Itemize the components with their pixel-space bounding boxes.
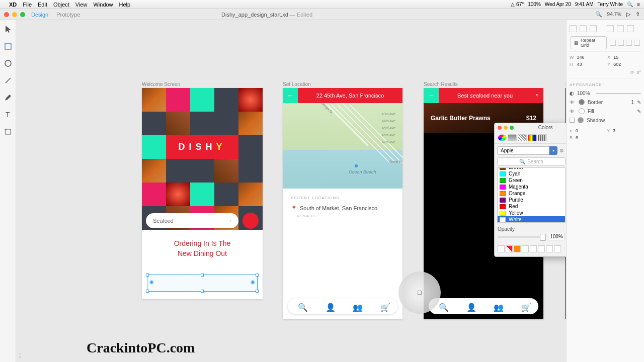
zoom-icon[interactable] <box>510 126 514 130</box>
menu-help[interactable]: Help <box>119 2 131 8</box>
artboard-welcome[interactable]: DISHY Seafood › Ordering In Is The New D… <box>142 88 263 299</box>
slider-mode-icon[interactable] <box>508 134 517 141</box>
ellipse-tool-icon[interactable] <box>4 59 12 67</box>
fullscreen-icon[interactable] <box>20 12 25 17</box>
height-field[interactable]: 43 <box>577 62 605 67</box>
opacity-slider[interactable] <box>596 93 641 94</box>
color-search-input[interactable]: 🔍 Search <box>497 157 566 166</box>
align-top-icon[interactable] <box>607 25 614 32</box>
minimize-icon[interactable] <box>504 126 508 130</box>
rotate-icon[interactable]: ⟳ <box>630 70 634 75</box>
map-view[interactable]: 43rd Ave 44th Ave 45th Ave 46th Ave 47th… <box>283 103 403 189</box>
palette-mode-icon[interactable] <box>518 134 527 141</box>
align-middle-icon[interactable] <box>617 25 624 32</box>
filter-icon[interactable]: ⫯ <box>531 93 543 99</box>
bool-subtract-icon[interactable] <box>618 40 624 46</box>
menu-object[interactable]: Object <box>53 2 69 8</box>
align-center-icon[interactable] <box>580 25 587 32</box>
zoom-level[interactable]: 94.7% <box>607 12 621 17</box>
border-width-field[interactable]: 1 <box>631 100 634 105</box>
align-controls[interactable] <box>570 23 641 34</box>
text-tool-icon[interactable]: T <box>4 111 12 119</box>
align-left-icon[interactable] <box>570 25 577 32</box>
color-item-yellow[interactable]: Yellow <box>498 210 565 216</box>
tab-design[interactable]: Design <box>31 12 48 18</box>
menu-icon[interactable]: ≡ <box>637 2 640 7</box>
menu-window[interactable]: Window <box>93 2 113 8</box>
color-item-purple[interactable]: Purple <box>498 197 565 203</box>
play-preview-icon[interactable]: ▷ <box>626 11 630 18</box>
color-mode-tabs[interactable] <box>495 132 566 144</box>
artboard-set-location[interactable]: ← 22 45th Ave, San Francisco 43rd Ave 44… <box>283 88 403 319</box>
tab-prototype[interactable]: Prototype <box>56 12 80 18</box>
close-icon[interactable] <box>498 126 502 130</box>
user-icon[interactable]: 👤 <box>466 303 473 310</box>
window-traffic-lights[interactable] <box>4 12 25 17</box>
search-input[interactable]: Seafood › <box>146 213 238 228</box>
opacity-value[interactable]: 100% <box>577 90 590 96</box>
align-bottom-icon[interactable] <box>627 25 634 32</box>
color-list[interactable]: Brown Cyan Green Magenta Orange Purple R… <box>497 167 566 223</box>
color-picker-popover[interactable]: Colors Apple ▾ ⚙ 🔍 Search Brown Cyan <box>494 123 566 257</box>
cart-icon[interactable]: 🛒 <box>380 303 387 310</box>
shadow-checkbox[interactable] <box>570 118 575 123</box>
x-field[interactable]: 15 <box>613 55 641 60</box>
shadow-color-swatch[interactable] <box>578 117 584 123</box>
palette-select[interactable]: Apple ▾ ⚙ <box>497 146 566 155</box>
minimize-icon[interactable] <box>12 12 17 17</box>
share-icon[interactable]: ⇧ <box>635 11 640 18</box>
artboard-tool-icon[interactable] <box>4 128 12 136</box>
artboard-label[interactable]: Search Results <box>424 81 458 87</box>
app-name[interactable]: XD <box>9 2 17 8</box>
color-item-white[interactable]: White <box>498 216 565 223</box>
opacity-value[interactable]: 100% <box>548 233 565 240</box>
menu-view[interactable]: View <box>75 2 88 8</box>
color-item-green[interactable]: Green <box>498 177 565 184</box>
eyedropper-icon[interactable] <box>506 245 513 252</box>
rectangle-tool-icon[interactable] <box>4 42 12 50</box>
chevron-down-icon[interactable]: ▾ <box>549 146 557 155</box>
recent-location-item[interactable]: 📍 South of Market, San Francisco <box>283 203 403 213</box>
address-field[interactable]: 22 45th Ave, San Francisco <box>298 93 403 99</box>
search-document-icon[interactable]: 🔍 <box>595 11 602 18</box>
fill-color-swatch[interactable] <box>579 108 585 114</box>
eyedropper-icon[interactable]: ✎ <box>637 109 641 114</box>
swatch-well[interactable] <box>495 243 566 256</box>
selection-bounding-box[interactable]: ◉ ◉ <box>147 275 258 292</box>
search-icon[interactable]: 🔍 <box>298 303 305 310</box>
artboard-label[interactable]: Filters <box>566 81 566 87</box>
color-item-cyan[interactable]: Cyan <box>498 170 565 177</box>
pen-tool-icon[interactable] <box>4 94 12 102</box>
bool-intersect-icon[interactable] <box>626 40 632 46</box>
visibility-icon[interactable]: 👁 <box>570 100 576 105</box>
repeat-grid-button[interactable]: ▦Repeat Grid <box>571 36 607 49</box>
eyedropper-icon[interactable]: ✎ <box>637 100 641 105</box>
search-button[interactable] <box>243 213 259 229</box>
color-item-red[interactable]: Red <box>498 203 565 210</box>
search-icon[interactable]: 🔍 <box>439 303 446 310</box>
bool-add-icon[interactable] <box>610 40 616 46</box>
back-button[interactable]: ← <box>424 88 439 103</box>
align-right-icon[interactable] <box>590 25 597 32</box>
cart-icon[interactable]: 🛒 <box>521 303 528 310</box>
gear-icon[interactable]: ⚙ <box>559 146 566 155</box>
select-tool-icon[interactable] <box>4 25 12 33</box>
menu-edit[interactable]: Edit <box>38 2 47 8</box>
width-field[interactable]: 346 <box>577 55 605 60</box>
group-icon[interactable]: 👥 <box>494 303 501 310</box>
design-canvas[interactable]: Welcome Screen DISHY Seafood › Ord <box>16 20 566 362</box>
back-button[interactable]: ← <box>283 88 298 103</box>
bool-exclude-icon[interactable] <box>634 40 640 46</box>
opacity-slider[interactable] <box>498 236 546 238</box>
user-icon[interactable]: 👤 <box>326 303 333 310</box>
artboard-label[interactable]: Set Location <box>283 81 311 87</box>
spectrum-mode-icon[interactable] <box>528 134 537 141</box>
wheel-mode-icon[interactable] <box>498 134 507 141</box>
border-color-swatch[interactable] <box>579 99 585 105</box>
menu-file[interactable]: File <box>23 2 32 8</box>
search-icon[interactable]: 🔍 <box>627 2 633 7</box>
line-tool-icon[interactable] <box>4 76 12 84</box>
color-item-magenta[interactable]: Magenta <box>498 184 565 190</box>
color-item-orange[interactable]: Orange <box>498 190 565 197</box>
crayons-mode-icon[interactable] <box>538 134 547 141</box>
